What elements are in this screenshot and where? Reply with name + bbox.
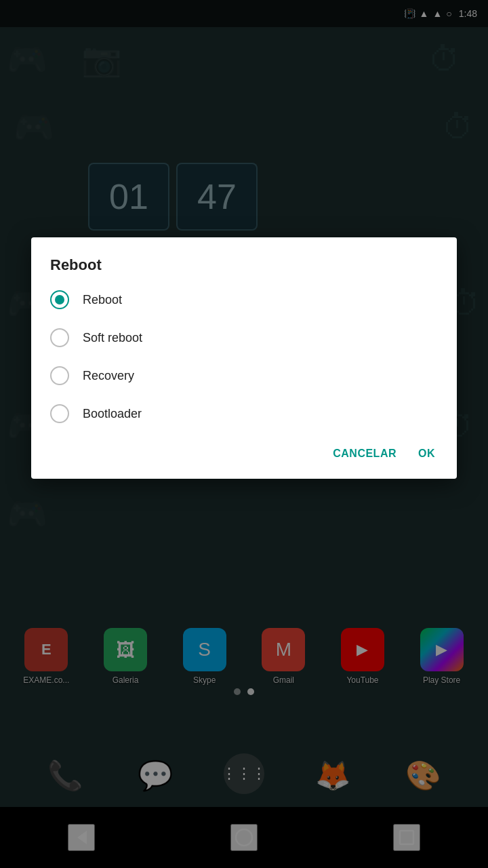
reboot-dialog: Reboot Reboot Soft reboot Recovery Bootl… bbox=[31, 237, 457, 479]
dialog-buttons: CANCELAR OK bbox=[50, 442, 438, 465]
option-recovery-label: Recovery bbox=[83, 369, 134, 383]
radio-recovery[interactable] bbox=[50, 366, 69, 385]
option-soft-reboot-label: Soft reboot bbox=[83, 331, 142, 345]
option-bootloader-label: Bootloader bbox=[83, 407, 142, 421]
radio-reboot[interactable] bbox=[50, 290, 69, 309]
ok-button[interactable]: OK bbox=[415, 442, 438, 465]
radio-reboot-inner bbox=[55, 295, 64, 304]
radio-bootloader[interactable] bbox=[50, 404, 69, 423]
option-recovery[interactable]: Recovery bbox=[50, 366, 438, 385]
option-bootloader[interactable]: Bootloader bbox=[50, 404, 438, 423]
radio-soft-reboot[interactable] bbox=[50, 328, 69, 347]
option-reboot[interactable]: Reboot bbox=[50, 290, 438, 309]
dialog-title: Reboot bbox=[50, 256, 438, 274]
cancel-button[interactable]: CANCELAR bbox=[330, 442, 399, 465]
option-soft-reboot[interactable]: Soft reboot bbox=[50, 328, 438, 347]
option-reboot-label: Reboot bbox=[83, 293, 122, 307]
